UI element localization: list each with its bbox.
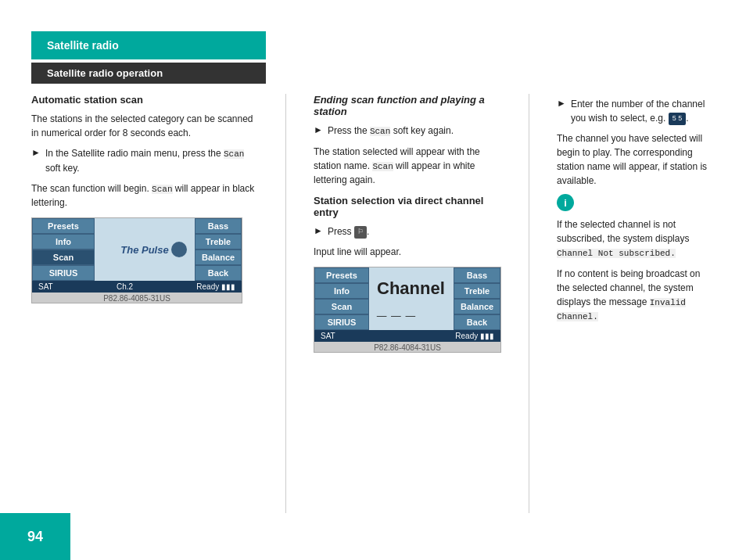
col1-para1: The stations in the selected category ca… [31, 112, 258, 140]
radio2-btn-presets[interactable]: Presets [314, 267, 369, 283]
col1-para2: The scan function will begin. Scan will … [31, 181, 258, 210]
radio2-status-right: Ready ▮▮▮ [455, 332, 494, 340]
col3-bullet1: ► Enter the number of the channel you wi… [557, 97, 715, 125]
radio2-btn-info[interactable]: Info [314, 283, 369, 299]
main-content: Automatic station scan The stations in t… [31, 94, 715, 513]
col-divider-2 [529, 94, 529, 513]
status-left: SAT [38, 282, 53, 291]
col2-para1: The station selected will appear with th… [314, 145, 501, 188]
radio-btn-balance[interactable]: Balance [195, 249, 242, 265]
col3-info2: If no content is being broadcast on the … [557, 267, 715, 324]
radio-btn-back[interactable]: Back [195, 265, 242, 281]
radio-btn-presets[interactable]: Presets [32, 218, 95, 234]
radio-btn-bass[interactable]: Bass [195, 218, 242, 234]
page-number-box: 94 [0, 513, 70, 560]
col2-bullet1: ► Press the Scan soft key again. [314, 124, 501, 138]
radio2-center-display: Channel _ _ _ [369, 267, 454, 330]
radio-btn-scan[interactable]: Scan [32, 249, 95, 265]
key-indicator: ⚐ [354, 226, 367, 239]
info-icon: i [557, 194, 574, 211]
radio2-btn-bass[interactable]: Bass [454, 267, 500, 283]
tab-label: Satellite radio [47, 39, 119, 52]
header-tab: Satellite radio [31, 31, 266, 59]
header-section: Satellite radio operation [31, 63, 266, 84]
col2-bullet2-text: Press ⚐. [328, 224, 369, 239]
radio2-btn-balance[interactable]: Balance [454, 299, 500, 314]
radio-btn-info[interactable]: Info [32, 234, 95, 249]
col2-bullet1-text: Press the Scan soft key again. [328, 124, 454, 138]
radio-ui-1: Presets The Pulse Bass Info Treble Scan … [31, 217, 242, 303]
col3-info1: If the selected channel is not subscribe… [557, 217, 715, 260]
column-3: ► Enter the number of the channel you wi… [557, 94, 715, 513]
radio-caption-2: P82.86-4084-31US [314, 343, 500, 352]
col2-title2: Station selection via direct channel ent… [314, 195, 501, 218]
col2-title-italic: Ending scan function and playing a stati… [314, 94, 501, 117]
bullet-arrow-2-icon: ► [314, 124, 323, 138]
radio-status-bar: SAT Ch.2 Ready ▮▮▮ [32, 281, 242, 293]
status-ch: Ch.2 [117, 282, 133, 291]
radio-tune-knob [171, 242, 187, 257]
radio2-status-left: SAT [321, 332, 335, 340]
col1-title: Automatic station scan [31, 94, 258, 106]
radio-center-display: The Pulse [95, 218, 195, 281]
col3-bullet1-text: Enter the number of the channel you wish… [571, 97, 715, 125]
status-right: Ready ▮▮▮ [196, 282, 235, 291]
radio2-btn-sirius[interactable]: SIRIUS [314, 314, 369, 330]
page-number: 94 [27, 529, 43, 545]
radio-btn-treble[interactable]: Treble [195, 234, 242, 249]
radio2-status-bar: SAT Ready ▮▮▮ [314, 330, 500, 342]
radio-rows-1: Presets The Pulse Bass Info Treble Scan … [32, 218, 242, 281]
channel-chip: 5 5 [669, 113, 687, 125]
radio-btn-sirius[interactable]: SIRIUS [32, 265, 95, 281]
radio2-btn-treble[interactable]: Treble [454, 283, 500, 299]
radio2-btn-scan[interactable]: Scan [314, 299, 369, 314]
radio-rows-2: Presets Channel _ _ _ Bass Info Treble S… [314, 267, 500, 330]
col-divider-1 [285, 94, 286, 513]
column-2: Ending scan function and playing a stati… [314, 94, 501, 513]
radio-ui-2: Presets Channel _ _ _ Bass Info Treble S… [314, 267, 501, 353]
col2-bullet2: ► Press ⚐. [314, 224, 501, 239]
bullet-arrow-4-icon: ► [557, 98, 566, 125]
section-label: Satellite radio operation [47, 67, 163, 79]
col1-bullet1: ► In the Satellite radio main menu, pres… [31, 146, 258, 175]
bullet-arrow-icon: ► [31, 147, 41, 175]
col2-para2: Input line will appear. [314, 245, 501, 259]
radio-caption-1: P82.86-4085-31US [32, 294, 242, 303]
bullet-arrow-3-icon: ► [314, 225, 323, 239]
col1-bullet1-text: In the Satellite radio main menu, press … [45, 146, 258, 175]
column-1: Automatic station scan The stations in t… [31, 94, 258, 513]
radio2-btn-back[interactable]: Back [454, 314, 500, 330]
col3-para1: The channel you have selected will begin… [557, 131, 715, 188]
